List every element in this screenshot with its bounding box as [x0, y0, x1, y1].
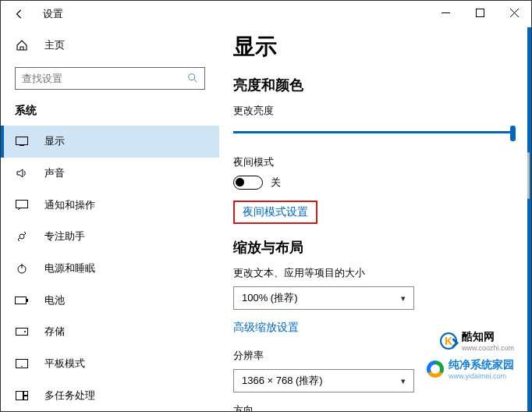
- advanced-scale-link[interactable]: 高级缩放设置: [233, 321, 299, 333]
- svg-rect-8: [16, 329, 28, 336]
- sidebar-item-label: 平板模式: [44, 357, 85, 371]
- resolution-dropdown[interactable]: 1366 × 768 (推荐) ▾: [233, 369, 414, 392]
- svg-rect-13: [24, 391, 28, 395]
- search-icon: [187, 73, 198, 83]
- multitask-icon: [15, 391, 29, 400]
- slider-thumb[interactable]: [510, 126, 516, 141]
- sidebar-item-tablet[interactable]: 平板模式: [1, 348, 219, 380]
- sidebar-item-display[interactable]: 显示: [1, 126, 219, 158]
- chevron-down-icon: ▾: [401, 376, 406, 386]
- section-brightness-title: 亮度和颜色: [233, 76, 516, 94]
- window-title: 设置: [43, 7, 63, 21]
- scale-label: 更改文本、应用等项目的大小: [233, 266, 516, 280]
- sound-icon: [15, 167, 29, 179]
- watermark-text: 纯净系统家园: [449, 358, 514, 372]
- sidebar-home-label: 主页: [44, 38, 65, 52]
- maximize-button[interactable]: [463, 1, 497, 24]
- minimize-icon: [442, 9, 450, 17]
- sidebar-item-power[interactable]: 电源和睡眠: [1, 253, 219, 285]
- sidebar-home[interactable]: 主页: [1, 32, 219, 59]
- svg-rect-0: [476, 9, 484, 16]
- brightness-label: 更改亮度: [233, 104, 516, 118]
- search-input[interactable]: [22, 73, 187, 84]
- sidebar-item-multitask[interactable]: 多任务处理: [1, 379, 219, 411]
- sidebar-item-focus[interactable]: 专注助手: [1, 221, 219, 253]
- coozhi-logo-icon: K: [440, 332, 457, 350]
- sidebar-section-head: 系统: [1, 99, 219, 126]
- svg-rect-6: [16, 297, 27, 304]
- content-pane: 显示 亮度和颜色 更改亮度 夜间模式 关 夜间模式设置 缩放与布局 更改文本、应…: [219, 27, 531, 411]
- window-controls: [428, 1, 531, 24]
- yidaimei-logo-icon: [427, 360, 444, 378]
- storage-icon: [15, 328, 29, 336]
- sidebar-item-label: 电池: [44, 293, 65, 307]
- close-button[interactable]: [497, 1, 531, 24]
- right-accent-bar: [527, 27, 531, 411]
- watermark-yidaimei: 纯净系统家园 www.yidaimei.com: [427, 358, 514, 380]
- svg-point-4: [20, 234, 24, 239]
- search-box[interactable]: [15, 67, 205, 90]
- chevron-down-icon: ▾: [401, 293, 406, 304]
- battery-icon: [15, 297, 29, 304]
- page-title: 显示: [233, 32, 516, 62]
- back-button[interactable]: [9, 3, 30, 25]
- svg-point-11: [21, 366, 23, 368]
- scrollbar[interactable]: [527, 152, 530, 199]
- watermark-sub: www.yidaimei.com: [449, 372, 514, 380]
- slider-track: [233, 131, 516, 133]
- svg-rect-12: [16, 391, 23, 400]
- night-mode-label: 夜间模式: [233, 155, 516, 169]
- resolution-value: 1366 × 768 (推荐): [242, 374, 323, 388]
- sidebar-item-sound[interactable]: 声音: [1, 158, 219, 190]
- sidebar-item-storage[interactable]: 存储: [1, 316, 219, 348]
- sidebar-item-label: 存储: [44, 325, 65, 339]
- night-mode-settings-link[interactable]: 夜间模式设置: [233, 201, 317, 224]
- svg-rect-7: [27, 299, 28, 302]
- sidebar-item-label: 显示: [44, 134, 65, 148]
- watermark-coozhi: K 酷知网 www.coozhi.com: [440, 330, 514, 352]
- sidebar-item-label: 通知和操作: [44, 198, 95, 212]
- notification-icon: [15, 200, 29, 211]
- toggle-state-label: 关: [271, 176, 281, 190]
- sidebar-item-notifications[interactable]: 通知和操作: [1, 189, 219, 221]
- power-icon: [15, 262, 29, 275]
- maximize-icon: [476, 9, 484, 17]
- watermark-text: 酷知网: [462, 330, 514, 344]
- sidebar-item-label: 电源和睡眠: [44, 261, 95, 275]
- svg-point-1: [189, 74, 195, 80]
- focus-icon: [15, 230, 29, 243]
- brightness-slider[interactable]: [233, 124, 516, 141]
- arrow-left-icon: [14, 9, 25, 20]
- minimize-button[interactable]: [428, 1, 463, 24]
- sidebar-item-label: 专注助手: [44, 229, 85, 243]
- home-icon: [15, 39, 29, 52]
- display-icon: [15, 137, 29, 146]
- sidebar-item-battery[interactable]: 电池: [1, 284, 219, 316]
- tablet-icon: [15, 359, 29, 368]
- scale-value: 100% (推荐): [242, 291, 298, 305]
- titlebar: 设置: [1, 1, 531, 27]
- toggle-knob: [236, 178, 244, 186]
- scale-dropdown[interactable]: 100% (推荐) ▾: [233, 286, 414, 310]
- svg-point-9: [24, 331, 26, 332]
- sidebar-item-label: 声音: [44, 166, 65, 180]
- night-mode-toggle[interactable]: [233, 176, 263, 190]
- close-icon: [510, 9, 519, 17]
- svg-rect-2: [16, 137, 28, 145]
- sidebar-item-label: 多任务处理: [44, 389, 95, 403]
- orientation-label: 方向: [233, 403, 516, 411]
- sidebar: 主页 系统 显示 声音 通知和操作: [1, 27, 219, 411]
- watermark-sub: www.coozhi.com: [462, 344, 514, 352]
- section-scale-title: 缩放与布局: [233, 238, 516, 257]
- svg-rect-3: [16, 200, 28, 208]
- svg-rect-14: [24, 396, 28, 400]
